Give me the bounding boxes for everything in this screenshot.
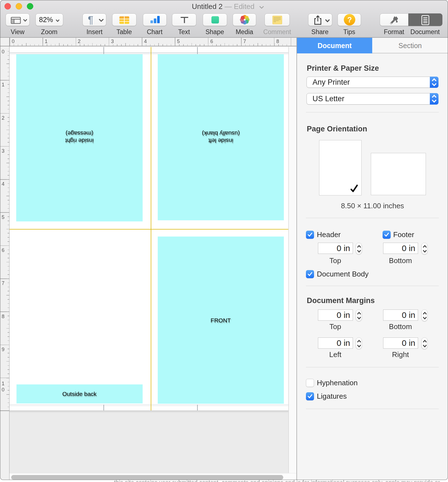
svg-text:?: ? xyxy=(347,16,352,24)
svg-text:¶: ¶ xyxy=(88,14,93,26)
